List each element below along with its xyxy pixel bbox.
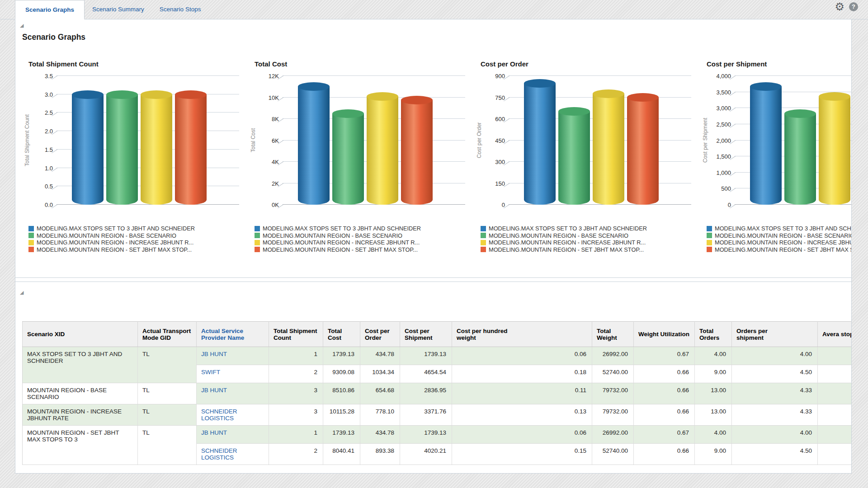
chart-total-shipment-count: Total Shipment CountTotal Shipment Count… (23, 60, 245, 253)
legend-swatch-icon (28, 247, 34, 252)
value-cell: 1 (269, 426, 323, 444)
y-tick-label: 1,500 (716, 153, 731, 160)
column-header-total-weight[interactable]: Total Weight (592, 322, 634, 347)
column-header-avera-stops[interactable]: Avera stops (818, 322, 852, 347)
settings-gear-icon[interactable]: ⚙ (835, 1, 844, 12)
y-axis-label: Cost per Shipment (701, 76, 709, 205)
legend-label: MODELING.MAX STOPS SET TO 3 JBHT AND SCH… (263, 225, 421, 232)
bar-modeling-max-stops-set-to-3-jbht-and-sch[interactable] (298, 86, 330, 205)
bar-modeling-mountain-region-set-jbht-max-st[interactable] (627, 97, 659, 205)
bar-modeling-mountain-region-increase-jbhunt[interactable] (367, 96, 398, 205)
column-header-cost-per-hundred-weight[interactable]: Cost per hundred weight (452, 322, 592, 347)
help-icon[interactable]: ? (849, 2, 858, 11)
value-cell: 8040.41 (323, 444, 360, 465)
value-cell: 434.78 (360, 347, 400, 365)
column-header-label: Weight Utilization (638, 331, 689, 338)
bar-modeling-mountain-region-increase-jbhunt[interactable] (141, 94, 172, 205)
bar-modeling-mountain-region-set-jbht-max-st[interactable] (401, 100, 433, 205)
table-header-row: Scenario XIDActual Transport Mode GIDAct… (23, 322, 852, 347)
legend-label: MODELING.MOUNTAIN REGION - BASE SCENARIO (715, 232, 852, 239)
value-cell: 9.00 (695, 444, 732, 465)
provider-link[interactable]: JB HUNT (201, 429, 227, 436)
value-cell: 0.15 (452, 444, 592, 465)
legend-item: MODELING.MOUNTAIN REGION - SET JBHT MAX … (255, 246, 471, 253)
bar-modeling-mountain-region-base-scenario[interactable] (558, 111, 590, 205)
bar-top-cap (593, 89, 624, 98)
tab-scenario-summary[interactable]: Scenario Summary (85, 0, 152, 19)
chart-legend: MODELING.MAX STOPS SET TO 3 JBHT AND SCH… (28, 225, 245, 253)
column-header-cost-per-shipment[interactable]: Cost per Shipment (400, 322, 452, 347)
provider-link[interactable]: SCHNEIDER LOGISTICS (201, 408, 246, 422)
chart-plot-area: Cost per Shipment05001,0001,5002,0002,50… (701, 76, 852, 205)
provider-link[interactable]: JB HUNT (201, 387, 227, 394)
value-cell: 0.67 (634, 426, 695, 444)
collapse-table-icon[interactable]: ◢ (20, 290, 26, 295)
column-header-actual-transport-mode-gid[interactable]: Actual Transport Mode GID (138, 322, 197, 347)
bar-modeling-mountain-region-increase-jbhunt[interactable] (593, 94, 624, 205)
bar-top-cap (524, 79, 556, 88)
value-cell: 0.13 (452, 404, 592, 426)
tab-scenario-graphs[interactable]: Scenario Graphs (15, 0, 85, 19)
value-cell: 4020.21 (400, 444, 452, 465)
chart-legend: MODELING.MAX STOPS SET TO 3 JBHT AND SCH… (707, 225, 852, 253)
bar-modeling-mountain-region-base-scenario[interactable] (106, 94, 138, 205)
bar-top-cap (784, 109, 816, 118)
bar-modeling-mountain-region-set-jbht-max-st[interactable] (175, 94, 207, 205)
value-cell: 26992.00 (592, 347, 634, 365)
bar-modeling-max-stops-set-to-3-jbht-and-sch[interactable] (72, 94, 104, 205)
column-header-total-shipment-count[interactable]: Total Shipment Count (269, 322, 323, 347)
table-row[interactable]: MOUNTAIN REGION - SET JBHT MAX STOPS TO … (23, 426, 852, 444)
y-tick-label: 750 (495, 94, 505, 101)
y-axis: 0.00.51.01.52.02.53.03.5 (31, 76, 57, 205)
y-axis-label: Total Cost (249, 76, 257, 205)
y-tick-label: 6K (272, 137, 279, 144)
column-header-weight-utilization[interactable]: Weight Utilization (634, 322, 695, 347)
legend-swatch-icon (481, 240, 486, 245)
value-cell: 0.66 (634, 383, 695, 404)
provider-link[interactable]: JB HUNT (201, 351, 227, 357)
tab-scenario-stops[interactable]: Scenario Stops (152, 0, 209, 19)
column-header-actual-service-provider-name[interactable]: Actual Service Provider Name (197, 322, 269, 347)
y-tick-label: 2.0 (45, 128, 53, 135)
service-provider-cell: SWIFT (197, 365, 269, 383)
bar-modeling-mountain-region-base-scenario[interactable] (784, 113, 816, 205)
y-axis-label: Total Shipment Count (23, 76, 31, 205)
legend-item: MODELING.MAX STOPS SET TO 3 JBHT AND SCH… (255, 225, 471, 232)
y-tick-label: 3.5 (45, 73, 53, 80)
column-header-label: Total Weight (597, 328, 629, 341)
column-header-orders-per-shipment[interactable]: Orders per shipment (732, 322, 818, 347)
bar-modeling-mountain-region-base-scenario[interactable] (332, 113, 364, 205)
column-header-total-orders[interactable]: Total Orders (695, 322, 732, 347)
table-row[interactable]: MOUNTAIN REGION - BASE SCENARIOTLJB HUNT… (23, 383, 852, 404)
y-tick-label: 150 (495, 180, 505, 187)
legend-label: MODELING.MAX STOPS SET TO 3 JBHT AND SCH… (715, 225, 852, 232)
column-header-scenario-xid[interactable]: Scenario XID (23, 322, 138, 347)
bar-modeling-max-stops-set-to-3-jbht-and-sch[interactable] (750, 86, 782, 205)
column-header-label: Cost per Order (365, 328, 395, 341)
y-tick-label: 8K (272, 116, 279, 122)
provider-link[interactable]: SWIFT (201, 369, 220, 375)
table-row[interactable]: MAX STOPS SET TO 3 JBHT AND SCHNEIDERTLJ… (23, 347, 852, 365)
legend-swatch-icon (255, 240, 260, 245)
column-header-cost-per-order[interactable]: Cost per Order (360, 322, 400, 347)
bar-modeling-max-stops-set-to-3-jbht-and-sch[interactable] (524, 83, 556, 205)
value-cell: 0.66 (634, 365, 695, 383)
chart-plot-area: Cost per Order0150300450600750900 (475, 76, 697, 205)
value-cell: 79732.00 (592, 404, 634, 426)
chart-title: Cost per Order (481, 60, 697, 68)
legend-swatch-icon (255, 233, 260, 238)
legend-item: MODELING.MOUNTAIN REGION - SET JBHT MAX … (707, 246, 852, 253)
collapse-graphs-icon[interactable]: ◢ (20, 23, 26, 28)
y-tick-label: 0.0 (45, 202, 53, 208)
bar-top-cap (367, 92, 398, 101)
plot (735, 76, 852, 205)
legend-item: MODELING.MAX STOPS SET TO 3 JBHT AND SCH… (707, 225, 852, 232)
bar-modeling-mountain-region-increase-jbhunt[interactable] (819, 96, 850, 205)
legend-item: MODELING.MOUNTAIN REGION - INCREASE JBHU… (28, 239, 245, 246)
y-tick-label: 450 (495, 137, 505, 144)
table-viewport[interactable]: Scenario XIDActual Transport Mode GIDAct… (22, 321, 851, 473)
table-row[interactable]: MOUNTAIN REGION - INCREASE JBHUNT RATETL… (23, 404, 852, 426)
provider-link[interactable]: SCHNEIDER LOGISTICS (201, 447, 246, 461)
legend-swatch-icon (28, 240, 34, 245)
column-header-total-cost[interactable]: Total Cost (323, 322, 360, 347)
